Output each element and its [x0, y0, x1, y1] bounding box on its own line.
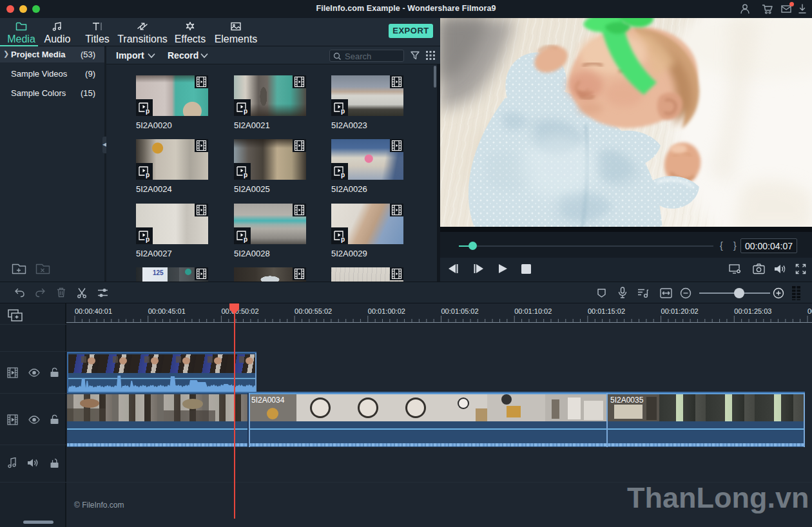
- svg-text:p: p: [341, 108, 345, 115]
- svg-text:p: p: [244, 236, 247, 243]
- svg-text:p: p: [146, 171, 150, 178]
- svg-text:p: p: [244, 171, 247, 178]
- svg-text:p: p: [244, 108, 247, 115]
- svg-text:p: p: [146, 108, 150, 115]
- svg-text:p: p: [341, 171, 345, 178]
- svg-text:p: p: [146, 236, 150, 243]
- svg-text:p: p: [341, 236, 345, 243]
